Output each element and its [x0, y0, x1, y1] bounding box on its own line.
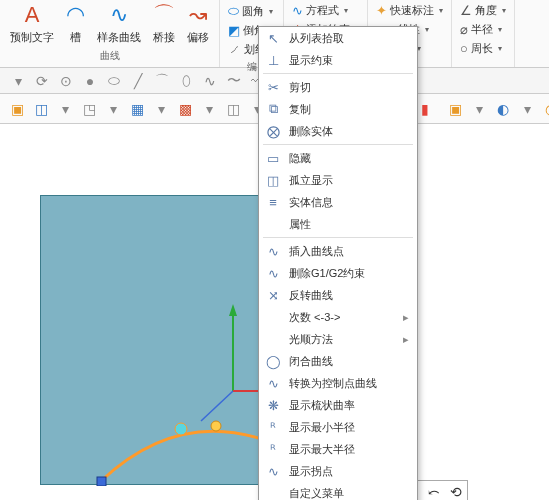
ctx-item-14[interactable]: ⤨反转曲线	[259, 284, 417, 306]
ribbon-btn-3[interactable]: ⌒桥接	[147, 2, 181, 47]
ctx-item-22[interactable]: ∿显示拐点	[259, 460, 417, 482]
ribbon-label: 样条曲线	[97, 30, 141, 45]
ctx-item-19[interactable]: ❋显示梳状曲率	[259, 394, 417, 416]
qat-btn-6[interactable]: ⌒	[152, 71, 172, 91]
ctx-item-15[interactable]: 次数 <-3->▸	[259, 306, 417, 328]
ctx-icon: ⤨	[265, 287, 281, 303]
small-icon: ∿	[292, 3, 303, 18]
ctx-item-0[interactable]: ↖从列表拾取	[259, 27, 417, 49]
ctx-icon: ∿	[265, 375, 281, 391]
ctx-item-5[interactable]: ⨂删除实体	[259, 120, 417, 142]
ribbon-icon: ↝	[189, 4, 207, 28]
view-btn-5[interactable]: ▦	[126, 98, 148, 120]
group-label-curves: 曲线	[4, 47, 215, 65]
view-btn-1[interactable]: ◫	[30, 98, 52, 120]
dropdown-icon: ▾	[425, 25, 429, 34]
ctx-label: 反转曲线	[289, 288, 409, 303]
qat-btn-1[interactable]: ⟳	[32, 71, 52, 91]
view-btn-r-4[interactable]: ◑	[540, 98, 549, 120]
col1-btn-0[interactable]: ⬭圆角▾	[224, 2, 279, 20]
view-btn-6[interactable]: ▾	[150, 98, 172, 120]
mini-btn-6[interactable]: ⤺	[423, 481, 445, 500]
qat-btn-5[interactable]: ╱	[128, 71, 148, 91]
ctx-item-1[interactable]: ⊥显示约束	[259, 49, 417, 71]
small-icon: ⌀	[460, 22, 468, 37]
ctx-item-10[interactable]: 属性	[259, 213, 417, 235]
ribbon-group-dim2: ∠角度▾⌀半径▾○周长▾	[452, 0, 515, 67]
ctx-item-8[interactable]: ◫孤立显示	[259, 169, 417, 191]
view-btn-2[interactable]: ▾	[54, 98, 76, 120]
small-label: 方程式	[306, 3, 339, 18]
col4-btn-2[interactable]: ○周长▾	[456, 40, 510, 57]
ctx-icon	[265, 331, 281, 347]
ctx-label: 闭合曲线	[289, 354, 409, 369]
dropdown-icon: ▾	[498, 25, 502, 34]
small-icon: ∠	[460, 3, 472, 18]
ribbon-btn-4[interactable]: ↝偏移	[181, 2, 215, 47]
qat-btn-7[interactable]: ⬯	[176, 71, 196, 91]
ctx-item-3[interactable]: ✂剪切	[259, 76, 417, 98]
ribbon-btn-0[interactable]: A预制文字	[4, 2, 60, 47]
small-label: 圆角	[242, 4, 264, 19]
qat-btn-0[interactable]: ▾	[8, 71, 28, 91]
view-btn-r-3[interactable]: ▾	[516, 98, 538, 120]
ctx-item-7[interactable]: ▭隐藏	[259, 147, 417, 169]
ctx-item-9[interactable]: ≡实体信息	[259, 191, 417, 213]
ctx-label: 显示最大半径	[289, 442, 409, 457]
view-btn-9[interactable]: ◫	[222, 98, 244, 120]
mini-btn-7[interactable]: ⟲	[445, 481, 467, 500]
ctx-item-23[interactable]: 自定义菜单	[259, 482, 417, 500]
small-label: 快速标注	[390, 3, 434, 18]
dropdown-icon: ▾	[269, 7, 273, 16]
qat-btn-8[interactable]: ∿	[200, 71, 220, 91]
ribbon-btn-1[interactable]: ◠槽	[60, 2, 91, 47]
ctx-item-21[interactable]: ᴿ显示最大半径	[259, 438, 417, 460]
ctx-item-13[interactable]: ∿删除G1/G2约束	[259, 262, 417, 284]
qat-btn-9[interactable]: 〜	[224, 71, 244, 91]
view-btn-4[interactable]: ▾	[102, 98, 124, 120]
ctx-item-17[interactable]: ◯闭合曲线	[259, 350, 417, 372]
view-btn-7[interactable]: ▩	[174, 98, 196, 120]
qat-btn-3[interactable]: ●	[80, 71, 100, 91]
ctx-icon: ᴿ	[265, 419, 281, 435]
svg-marker-1	[229, 304, 237, 316]
col4-btn-0[interactable]: ∠角度▾	[456, 2, 510, 19]
small-icon: ⟋	[228, 42, 241, 57]
ctx-icon	[265, 216, 281, 232]
ctx-item-20[interactable]: ᴿ显示最小半径	[259, 416, 417, 438]
col4-btn-1[interactable]: ⌀半径▾	[456, 21, 510, 38]
ctx-icon: ❋	[265, 397, 281, 413]
ctx-label: 插入曲线点	[289, 244, 409, 259]
ribbon-btn-2[interactable]: ∿样条曲线	[91, 2, 147, 47]
ctx-icon: ∿	[265, 243, 281, 259]
qat-btn-4[interactable]: ⬭	[104, 71, 124, 91]
context-menu: ↖从列表拾取⊥显示约束✂剪切⧉复制⨂删除实体▭隐藏◫孤立显示≡实体信息属性∿插入…	[258, 26, 418, 500]
ctx-item-18[interactable]: ∿转换为控制点曲线	[259, 372, 417, 394]
ctx-icon: ✂	[265, 79, 281, 95]
col2-btn-0[interactable]: ∿方程式▾	[288, 2, 363, 19]
view-btn-0[interactable]: ▣	[6, 98, 28, 120]
small-icon: ⬭	[228, 3, 239, 19]
ctx-label: 剪切	[289, 80, 409, 95]
ctx-icon: ◫	[265, 172, 281, 188]
view-btn-3[interactable]: ◳	[78, 98, 100, 120]
ctx-icon: ∿	[265, 265, 281, 281]
small-icon: ✦	[376, 3, 387, 18]
ctx-label: 实体信息	[289, 195, 409, 210]
view-btn-8[interactable]: ▾	[198, 98, 220, 120]
ribbon-label: 槽	[70, 30, 81, 45]
ctx-label: 显示约束	[289, 53, 409, 68]
ctx-icon	[265, 309, 281, 325]
qat-btn-2[interactable]: ⊙	[56, 71, 76, 91]
submenu-arrow-icon: ▸	[403, 333, 409, 346]
view-btn-r-2[interactable]: ◐	[492, 98, 514, 120]
view-btn-r-0[interactable]: ▣	[444, 98, 466, 120]
view-btn-r-1[interactable]: ▾	[468, 98, 490, 120]
ctx-label: 删除实体	[289, 124, 409, 139]
ctx-label: 显示最小半径	[289, 420, 409, 435]
ctx-separator	[263, 144, 413, 145]
col3-btn-0[interactable]: ✦快速标注▾	[372, 2, 447, 19]
ctx-item-12[interactable]: ∿插入曲线点	[259, 240, 417, 262]
ctx-item-4[interactable]: ⧉复制	[259, 98, 417, 120]
ctx-item-16[interactable]: 光顺方法▸	[259, 328, 417, 350]
